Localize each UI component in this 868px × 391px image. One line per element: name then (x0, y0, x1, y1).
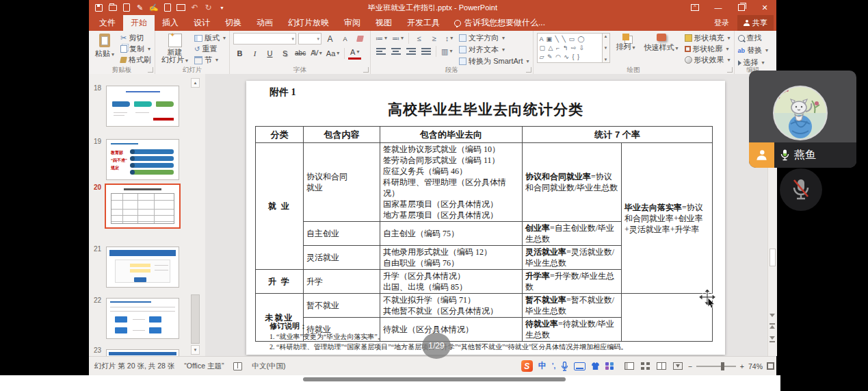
bold-button[interactable]: B (233, 48, 246, 59)
cut-button[interactable]: ✂剪切 (120, 33, 151, 43)
section-button[interactable]: 节 (194, 55, 226, 65)
slide-thumbnail-22[interactable] (106, 298, 179, 339)
slide-sorter-view-button[interactable] (641, 362, 650, 370)
font-color-button[interactable]: A (348, 47, 361, 60)
share-button[interactable]: 共享 (737, 15, 774, 31)
language-indicator[interactable]: 中文(中国) (252, 362, 285, 371)
replace-button[interactable]: ab替换 (738, 45, 769, 55)
bullets-button[interactable]: ≔ (374, 33, 389, 44)
slide-thumbnail-20-selected[interactable] (105, 184, 181, 229)
increase-indent-button[interactable]: ≥ (428, 33, 440, 44)
zoom-out-button[interactable]: − (688, 362, 692, 370)
ime-skin-icon[interactable] (591, 362, 600, 370)
find-button[interactable]: 查找 (738, 33, 769, 43)
italic-button[interactable]: I (248, 48, 261, 59)
drawing-dialog-launcher[interactable] (727, 67, 733, 73)
font-name-combo[interactable]: ▾ (233, 33, 296, 45)
align-right-button[interactable] (404, 46, 417, 57)
slideshow-view-button[interactable] (673, 362, 683, 370)
text-shadow-button[interactable]: S (278, 48, 291, 59)
copy-button[interactable]: 复制 (120, 44, 151, 54)
slide-thumbnail-23[interactable] (106, 349, 179, 356)
fit-to-window-icon[interactable] (767, 362, 774, 370)
tab-animations[interactable]: 动画 (249, 15, 280, 31)
ime-chinese-mode[interactable]: 中 (538, 360, 547, 372)
normal-view-button[interactable] (624, 362, 634, 370)
tab-slideshow[interactable]: 幻灯片放映 (280, 15, 337, 31)
thumbnail-scroll-up-icon[interactable]: ▲ (191, 78, 200, 88)
tab-view[interactable]: 视图 (368, 15, 399, 31)
zoom-slider-thumb[interactable] (721, 362, 724, 370)
webcam-panel[interactable]: 燕鱼 (749, 71, 856, 168)
shape-gallery[interactable]: A ▣ ╲ ╲ ▭ ◯ ▢ △ ⌐ ↰ ⇨ ⇩ ▱ ✎ ◠ ∿ { } (537, 33, 603, 63)
bottom-drag-handle[interactable] (303, 377, 566, 381)
paragraph-dialog-launcher[interactable] (526, 67, 531, 73)
slide-thumbnail-21[interactable] (106, 247, 179, 288)
tab-transitions[interactable]: 切换 (218, 15, 249, 31)
thumbnail-scroll-down-icon[interactable]: ▼ (191, 345, 200, 355)
zoom-slider[interactable] (696, 366, 736, 367)
print-preview-icon[interactable] (161, 1, 173, 14)
font-size-combo[interactable]: ▾ (298, 33, 321, 45)
new-slide-button[interactable]: 新建幻灯片 (159, 33, 191, 65)
touch-mode-icon[interactable]: ✎ (134, 1, 146, 14)
tab-review[interactable]: 审阅 (337, 15, 368, 31)
line-spacing-button[interactable]: ↕ (443, 33, 456, 44)
layout-button[interactable]: 版式 (194, 33, 226, 43)
clipboard-dialog-launcher[interactable] (148, 67, 153, 73)
ime-keyboard-icon[interactable] (574, 362, 586, 370)
format-painter-button[interactable]: 格式刷 (120, 55, 151, 65)
underline-button[interactable]: U (263, 48, 276, 59)
shape-fill-button[interactable]: 形状填充 (685, 33, 731, 43)
shrink-font-button[interactable]: A (339, 34, 352, 45)
close-button[interactable]: ✕ (753, 0, 776, 15)
ink-icon[interactable]: ✍ (148, 1, 159, 14)
arrange-button[interactable]: 排列 (614, 33, 638, 65)
tab-insert[interactable]: 插入 (155, 15, 186, 31)
change-case-button[interactable]: Aa (325, 48, 341, 59)
next-slide-icon[interactable] (770, 336, 775, 340)
editing-scrollbar-thumb[interactable] (770, 249, 776, 266)
slide-thumbnail-19[interactable]: 教育部 “四不准” 规定 (106, 139, 179, 180)
slide-thumbnail-18[interactable] (106, 86, 179, 127)
tab-design[interactable]: 设计 (186, 15, 218, 31)
justify-button[interactable] (419, 46, 432, 57)
minimize-button[interactable]: — (707, 0, 730, 15)
grow-font-button[interactable]: A (324, 34, 337, 45)
decrease-indent-button[interactable]: ≤ (412, 33, 425, 44)
sogou-ime-icon[interactable]: S (521, 360, 533, 372)
zoom-in-button[interactable]: + (740, 362, 744, 370)
font-dialog-launcher[interactable] (363, 67, 369, 73)
tab-home[interactable]: 开始 (123, 15, 155, 31)
mute-microphone-button[interactable] (780, 168, 822, 211)
align-center-button[interactable] (389, 46, 402, 57)
save-icon[interactable] (93, 1, 105, 14)
scroll-down-icon[interactable] (770, 314, 775, 317)
ribbon-display-options-button[interactable]: ^ (683, 0, 707, 15)
clear-formatting-button[interactable] (354, 34, 367, 45)
columns-button[interactable]: ▥ (440, 46, 453, 57)
ime-voice-icon[interactable] (561, 362, 568, 371)
character-spacing-button[interactable]: AV (309, 48, 323, 59)
convert-smartart-button[interactable]: 转换为 SmartArt (459, 56, 529, 66)
ime-toolbox-icon[interactable] (605, 362, 614, 370)
slide-page[interactable]: 附件 1 高校毕业生毕业去向统计分类 分类 包含内容 包含的毕业去向 统计 7 … (246, 81, 725, 355)
paste-button[interactable]: 粘贴 (92, 33, 117, 65)
ime-punctuation[interactable]: ’, (552, 362, 556, 370)
previous-slide-icon[interactable] (770, 325, 775, 329)
restore-button[interactable] (730, 0, 753, 15)
presence-badge[interactable] (749, 142, 774, 168)
zoom-percentage[interactable]: 74% (748, 362, 763, 370)
reset-button[interactable]: ↺重置 (194, 44, 226, 54)
sign-in-button[interactable]: 登录 (709, 18, 735, 28)
redo-icon[interactable]: ↻ (202, 1, 214, 14)
reading-view-button[interactable] (657, 362, 666, 370)
undo-icon[interactable]: ↶ (189, 1, 200, 14)
shape-gallery-scroll[interactable]: ▲▼▼ (603, 33, 610, 63)
quick-styles-button[interactable]: 快速样式 (642, 33, 681, 65)
new-document-icon[interactable] (120, 1, 132, 14)
proofing-icon[interactable] (233, 362, 242, 370)
thumbnail-scrollbar[interactable]: ▲ ▼ (190, 74, 201, 356)
text-direction-button[interactable]: 文字方向 (459, 33, 529, 43)
numbering-button[interactable]: ≕ (391, 33, 405, 44)
